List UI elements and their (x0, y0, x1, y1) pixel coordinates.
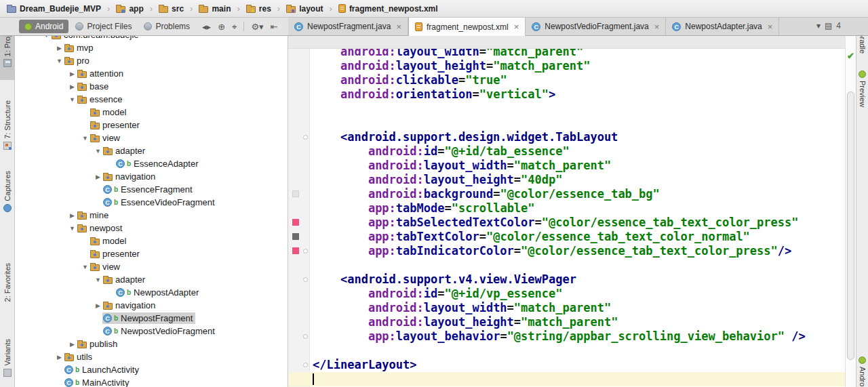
editor-tab-NewpostVedioFragment.java[interactable]: CNewpostVedioFragment.java× (526, 18, 666, 35)
tree-row-navigation[interactable]: ▶navigation (15, 170, 288, 183)
code-line[interactable]: app:tabMode="scrollable" (313, 201, 535, 216)
tab-list-icon[interactable]: ▤ (825, 21, 832, 30)
breadcrumb-item[interactable]: Dream_Budejie_MVP (4, 4, 104, 14)
tree-row-EssenceAdapter[interactable]: CbEssenceAdapter (15, 157, 288, 170)
tree-expand-arrow-icon[interactable]: ▶ (55, 354, 64, 361)
tree-row-EssenceVideoFragment[interactable]: CbEssenceVideoFragment (15, 196, 288, 209)
code-line[interactable]: <android.support.v4.view.ViewPager (313, 272, 576, 287)
tree-expand-arrow-icon[interactable]: ▶ (68, 341, 77, 348)
tree-row-utils[interactable]: ▶utils (15, 350, 288, 363)
code-line[interactable]: app:tabTextColor="@color/essence_tab_tex… (313, 230, 750, 244)
code-line[interactable]: app:layout_behavior="@string/appbar_scro… (313, 329, 806, 344)
tree-row-com.dream.budejie[interactable]: ▼com.dream.budejie (15, 36, 288, 41)
tab-close-icon[interactable]: × (514, 22, 519, 32)
breadcrumb-item[interactable]: app (113, 4, 146, 14)
tree-row-mine[interactable]: ▶mine (15, 209, 288, 222)
breadcrumb-item[interactable]: src (156, 4, 186, 14)
tree-expand-arrow-icon[interactable]: ▼ (81, 264, 90, 270)
locate-file-icon[interactable]: ⊕ (218, 22, 225, 31)
editor-tab-NewpostFragment.java[interactable]: CNewpostFragment.java× (288, 18, 408, 35)
code-line[interactable]: android:layout_height="match_parent" (313, 315, 618, 329)
tree-row-adapter[interactable]: ▼adapter (15, 144, 288, 157)
breadcrumb-item[interactable]: main (196, 4, 233, 14)
tree-expand-arrow-icon[interactable]: ▶ (94, 174, 102, 180)
code-line[interactable]: android:layout_width="match_parent" (313, 301, 611, 315)
code-editor[interactable]: android:layout_width="match_parent" andr… (288, 36, 845, 387)
tree-row-NewpostVedioFragment[interactable]: CbNewpostVedioFragment (15, 325, 288, 338)
tab-close-icon[interactable]: × (768, 22, 773, 32)
code-fold-icon[interactable] (303, 277, 308, 282)
code-fold-icon[interactable] (303, 363, 308, 367)
tree-row-adapter[interactable]: ▼adapter (15, 273, 288, 286)
tree-row-publish[interactable]: ▶publish (15, 338, 288, 350)
tree-row-model[interactable]: model (15, 235, 288, 247)
tool-window-button-captures[interactable]: Captures (0, 171, 14, 217)
gutter-color-swatch[interactable] (292, 219, 299, 226)
tree-row-essence[interactable]: ▼essence (15, 93, 288, 106)
panel-tab-problems[interactable]: Problems (138, 20, 195, 33)
tool-window-button-7-structure[interactable]: 7: Structure (0, 100, 14, 159)
code-line[interactable]: android:layout_height="match_parent" (313, 59, 590, 73)
tree-expand-arrow-icon[interactable]: ▼ (81, 135, 90, 142)
code-fold-icon[interactable] (303, 135, 308, 140)
tree-expand-arrow-icon[interactable]: ▼ (94, 277, 102, 283)
code-line[interactable]: android:layout_width="match_parent" (313, 159, 611, 173)
expand-selection-icon[interactable]: ◂▸ (202, 22, 211, 31)
collapse-all-icon[interactable]: ⌖ (232, 22, 237, 31)
tree-row-MainActivity[interactable]: CbMainActivity (15, 376, 288, 387)
editor-scrollbar[interactable]: ✔ (845, 36, 856, 387)
code-fold-icon[interactable] (303, 249, 308, 253)
inspection-status-icon[interactable]: ✔ (847, 51, 854, 61)
tree-expand-arrow-icon[interactable]: ▼ (68, 96, 77, 103)
tree-expand-arrow-icon[interactable]: ▼ (94, 148, 102, 155)
tree-expand-arrow-icon[interactable]: ▶ (68, 83, 77, 90)
scrollbar-thumb[interactable] (847, 91, 854, 360)
tree-row-presenter[interactable]: presenter (15, 247, 288, 260)
tree-expand-arrow-icon[interactable]: ▼ (68, 225, 77, 232)
tree-row-model[interactable]: model (15, 106, 288, 119)
gutter-color-swatch[interactable] (292, 190, 299, 197)
tool-window-button-variants[interactable]: Variants (0, 339, 14, 387)
code-line[interactable]: android:id="@+id/tab_essence" (313, 144, 570, 159)
tool-window-button-preview[interactable]: Preview (856, 70, 868, 115)
code-line[interactable]: app:tabIndicatorColor="@color/essence_ta… (313, 244, 791, 258)
tab-close-icon[interactable]: × (654, 22, 660, 32)
tree-expand-arrow-icon[interactable]: ▶ (94, 302, 102, 309)
tab-dropdown-icon[interactable]: ▾ (816, 21, 821, 30)
breadcrumb-item[interactable]: fragment_newpost.xml (336, 4, 441, 14)
tree-row-EssenceFragment[interactable]: CbEssenceFragment (15, 183, 288, 196)
editor-tab-fragment_newpost.xml[interactable]: fragment_newpost.xml× (408, 18, 526, 36)
hide-panel-icon[interactable]: ⇤ (271, 22, 278, 31)
tree-expand-arrow-icon[interactable]: ▼ (55, 58, 64, 64)
breadcrumb-item[interactable]: layout (283, 4, 326, 14)
tree-row-navigation[interactable]: ▶navigation (15, 299, 288, 312)
code-line[interactable]: app:tabSelectedTextColor="@color/essence… (313, 216, 799, 230)
tree-row-mvp[interactable]: ▶mvp (15, 41, 288, 54)
tab-close-icon[interactable]: × (396, 22, 401, 32)
tree-row-attention[interactable]: ▶attention (15, 67, 288, 80)
tool-window-button-android[interactable]: Android (856, 357, 868, 387)
gutter-color-swatch[interactable] (292, 233, 299, 240)
tree-row-presenter[interactable]: presenter (15, 119, 288, 131)
code-fold-icon[interactable] (303, 334, 308, 339)
tree-expand-arrow-icon[interactable]: ▶ (55, 45, 64, 52)
code-line[interactable]: android:background="@color/essence_tab_b… (313, 187, 660, 201)
tree-row-view[interactable]: ▼view (15, 131, 288, 144)
tree-row-LaunchActivity[interactable]: CbLaunchActivity (15, 363, 288, 376)
tree-expand-arrow-icon[interactable]: ▶ (68, 212, 77, 219)
tree-expand-arrow-icon[interactable]: ▶ (68, 70, 77, 77)
tree-row-newpost[interactable]: ▼newpost (15, 222, 288, 235)
tool-window-button-2-favorites[interactable]: 2: Favorites (0, 263, 14, 317)
breadcrumb-item[interactable]: res (243, 4, 274, 14)
panel-tab-project-files[interactable]: Project Files (70, 20, 137, 33)
code-line[interactable]: android:clickable="true" (313, 73, 507, 87)
code-line[interactable]: <android.support.design.widget.TabLayout (313, 130, 618, 144)
tree-row-base[interactable]: ▶base (15, 80, 288, 93)
code-line[interactable]: </LinearLayout> (313, 358, 417, 372)
tree-row-NewpostAdapter[interactable]: CbNewpostAdapter (15, 286, 288, 299)
tree-row-pro[interactable]: ▼pro (15, 54, 288, 67)
code-line[interactable]: android:layout_height="40dp" (313, 173, 563, 187)
gutter-color-swatch[interactable] (292, 247, 299, 254)
settings-gear-icon[interactable]: ⚙▾ (251, 22, 263, 31)
project-tree[interactable]: ▼com.dream.budejie▶mvp▼pro▶attention▶bas… (15, 36, 288, 387)
